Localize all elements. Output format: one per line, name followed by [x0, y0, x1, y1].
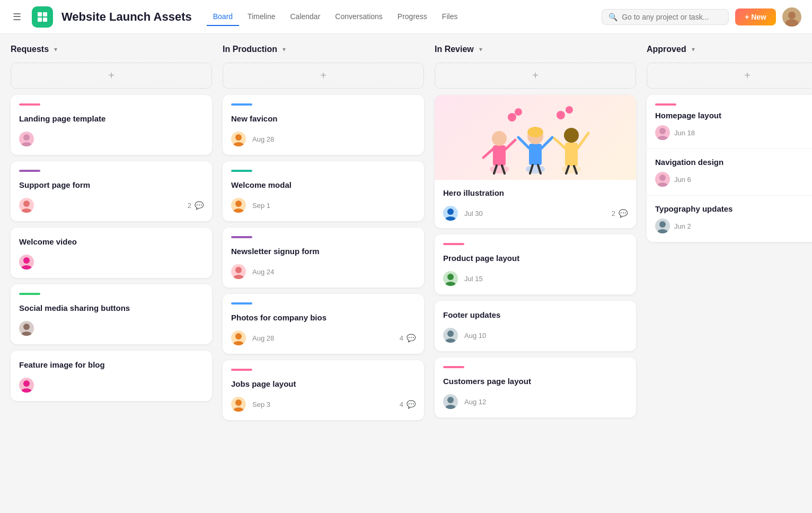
card-avatar: [231, 264, 246, 279]
add-card-production[interactable]: +: [223, 63, 424, 89]
card-tag: [655, 103, 676, 106]
svg-point-35: [526, 165, 545, 173]
svg-point-13: [21, 332, 32, 336]
chevron-down-icon: ▾: [479, 46, 482, 53]
column-header-production: In Production ▾: [223, 45, 424, 54]
svg-point-63: [657, 182, 668, 187]
tab-files[interactable]: Files: [436, 8, 464, 26]
card-title: Footer updates: [443, 309, 628, 320]
card-support-page: Support page form 2 💬: [11, 161, 212, 221]
svg-point-56: [447, 331, 454, 337]
avatar-icon: [231, 132, 246, 146]
card-tag: [231, 302, 252, 305]
avatar-icon: [231, 397, 246, 412]
avatar-icon: [231, 198, 246, 213]
card-footer: [19, 132, 204, 146]
approved-date: Jun 2: [674, 222, 691, 230]
column-header-requests: Requests ▾: [11, 45, 212, 54]
card-tag: [231, 369, 252, 371]
avatar-icon: [231, 264, 246, 279]
svg-point-65: [657, 229, 668, 233]
svg-point-8: [23, 201, 30, 207]
column-requests: Requests ▾ + Landing page template Suppo…: [11, 45, 212, 407]
card-title: Welcome video: [19, 236, 204, 247]
card-meta: Aug 28: [231, 331, 274, 345]
comment-count: 4: [400, 401, 403, 408]
comment-count: 2: [612, 210, 615, 218]
tab-progress[interactable]: Progress: [391, 8, 434, 26]
tab-timeline[interactable]: Timeline: [241, 8, 281, 26]
card-hero-illustration: Hero illustration Jul 30 2 💬: [435, 95, 636, 228]
user-avatar[interactable]: [782, 7, 801, 27]
card-title: Newsletter signup form: [231, 246, 416, 257]
approved-item-typography: Typography updates Jun 2: [647, 196, 812, 242]
svg-point-12: [23, 324, 30, 330]
card-tag: [19, 293, 40, 295]
avatar-icon: [19, 378, 34, 393]
svg-rect-44: [565, 143, 578, 166]
card-jobs-page: Jobs page layout Sep 3 4 💬: [223, 360, 424, 420]
menu-icon[interactable]: ☰: [11, 9, 23, 25]
svg-point-51: [566, 106, 573, 114]
card-newsletter: Newsletter signup form Aug 24: [223, 228, 424, 288]
svg-point-11: [21, 265, 32, 269]
new-button[interactable]: + New: [735, 8, 776, 25]
avatar-icon: [443, 271, 458, 286]
card-footer: [19, 255, 204, 269]
svg-line-47: [578, 133, 588, 148]
card-avatar: [19, 321, 34, 336]
board: Requests ▾ + Landing page template Suppo…: [0, 34, 812, 513]
svg-point-7: [21, 142, 32, 146]
card-date: Sep 1: [252, 202, 270, 210]
svg-point-45: [564, 128, 579, 143]
tab-board[interactable]: Board: [207, 8, 239, 26]
svg-line-30: [506, 140, 515, 149]
card-meta: 2 💬: [188, 201, 204, 210]
search-input[interactable]: [622, 13, 722, 21]
card-footer: Aug 24: [231, 264, 416, 279]
approved-card-list: Homepage layout Jun 18 Navigation design…: [647, 95, 812, 242]
add-card-review[interactable]: +: [435, 63, 636, 89]
comment-icon: 💬: [195, 201, 204, 210]
approved-date: Jun 18: [674, 129, 695, 137]
column-in-review: In Review ▾ +: [435, 45, 636, 424]
card-tag: [231, 236, 252, 238]
card-avatar: [655, 219, 670, 233]
svg-line-46: [554, 138, 565, 148]
tab-conversations[interactable]: Conversations: [329, 8, 389, 26]
svg-line-40: [542, 137, 552, 148]
project-title: Website Launch Assets: [61, 10, 192, 24]
svg-rect-2: [38, 18, 42, 22]
card-footer: [19, 378, 204, 393]
hero-image: [435, 95, 636, 180]
card-tag: [443, 243, 464, 245]
card-avatar: [443, 271, 458, 286]
column-title-requests: Requests: [11, 45, 49, 54]
add-card-requests[interactable]: +: [11, 63, 212, 89]
card-tag: [19, 170, 40, 172]
svg-line-29: [483, 149, 493, 158]
svg-point-64: [659, 221, 666, 228]
card-date: Aug 28: [252, 135, 274, 143]
add-card-approved[interactable]: +: [647, 63, 812, 89]
card-avatar: [443, 394, 458, 409]
column-in-production: In Production ▾ + New favicon Aug 28 Wel…: [223, 45, 424, 427]
card-meta: Jul 15: [443, 271, 483, 286]
card-avatar: [231, 198, 246, 213]
tab-calendar[interactable]: Calendar: [284, 8, 327, 26]
svg-point-53: [445, 216, 456, 221]
svg-point-43: [562, 165, 581, 173]
card-tag: [231, 103, 252, 106]
search-bar[interactable]: 🔍: [602, 9, 729, 25]
approved-item-homepage: Homepage layout Jun 18: [647, 95, 812, 149]
card-company-photos: Photos for company bios Aug 28 4 💬: [223, 294, 424, 354]
svg-point-33: [508, 113, 516, 121]
svg-rect-3: [43, 18, 47, 22]
svg-point-17: [233, 142, 244, 146]
card-meta: Sep 1: [231, 198, 270, 213]
svg-point-6: [23, 134, 30, 141]
card-date: Aug 10: [464, 332, 486, 340]
card-meta: Sep 3: [231, 397, 270, 412]
svg-point-58: [447, 397, 454, 403]
card-title: Support page form: [19, 179, 204, 190]
